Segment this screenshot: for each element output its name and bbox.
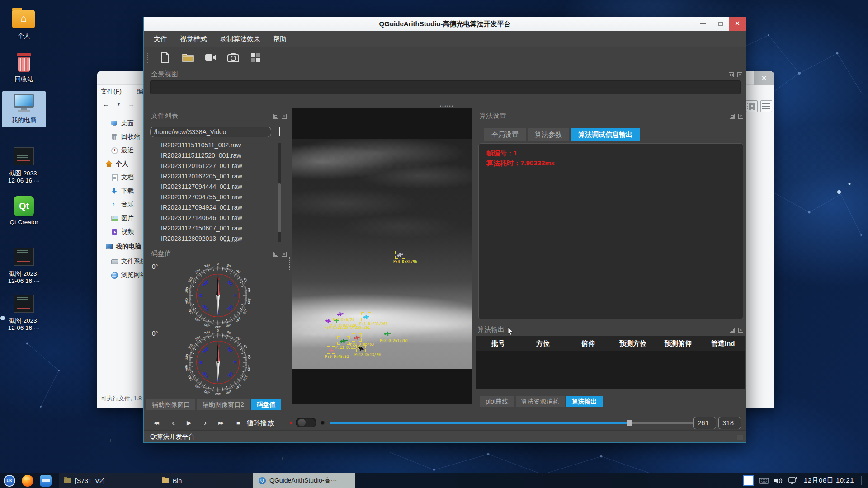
stop-button[interactable]: ■ <box>232 417 244 429</box>
panorama-strip[interactable] <box>150 80 741 94</box>
output-tab-2[interactable]: 算法资源消耗 <box>516 396 565 407</box>
firefox-icon[interactable] <box>22 475 33 487</box>
output-tab-3[interactable]: 算法输出 <box>566 396 603 407</box>
show-desktop-separator[interactable] <box>861 476 862 485</box>
rewind-button[interactable]: ◀◀ <box>150 417 162 429</box>
launcher-menu-icon[interactable]: UK <box>4 475 15 487</box>
file-list-scrollbar-thumb[interactable] <box>278 183 281 232</box>
image-viewer[interactable]: P:4 D:84/96P:0 D:0/24P:0 D:02/229P:1 D:2… <box>292 108 472 404</box>
file-list-item[interactable]: IR20231127150607_001.raw <box>150 223 276 234</box>
seek-slider-rest[interactable] <box>632 422 693 424</box>
desktop-icon-screenshot-1[interactable]: 截图-2023- 12-06 16:··· <box>2 147 46 184</box>
settings-tab-1[interactable]: 全局设置 <box>484 128 526 141</box>
record-video-icon[interactable] <box>204 51 217 64</box>
list-view-button[interactable] <box>760 100 772 112</box>
fm-sidebar-item-monitor[interactable]: 桌面 <box>97 117 146 130</box>
file-list-item[interactable]: IR20231128092013_001.raw <box>150 234 276 244</box>
maximize-button[interactable] <box>712 17 729 31</box>
fm-sidebar-item-music[interactable]: 音乐 <box>97 198 146 211</box>
prev-frame-button[interactable]: ‹ <box>167 417 179 429</box>
fm-sidebar-item-doc[interactable]: 文档 <box>97 171 146 184</box>
file-list-item[interactable]: IR20231115110511_002.raw <box>150 140 276 150</box>
close-button[interactable]: ✕ <box>729 17 746 31</box>
float-panel-icon[interactable] <box>730 328 735 333</box>
file-list-item[interactable]: IR20231127140646_001.raw <box>150 213 276 223</box>
fm-sidebar-item-home[interactable]: 个人 <box>97 157 146 171</box>
layout-grid-icon[interactable] <box>250 51 262 64</box>
fm-sidebar-item-trash[interactable]: 回收站 <box>97 130 146 144</box>
desktop-icon-screenshot-3[interactable]: 截图-2023- 12-06 16:··· <box>2 295 46 332</box>
file-list-item[interactable]: IR20231127094924_001.raw <box>150 202 276 213</box>
fm-sidebar-item-disk[interactable]: 文件系统 <box>97 255 146 268</box>
output-tab-1[interactable]: plot曲线 <box>480 396 514 407</box>
taskbar-item-bin[interactable]: Bin <box>156 473 253 488</box>
float-panel-icon[interactable] <box>273 252 278 257</box>
menu-item-1[interactable]: 文件 <box>154 35 167 43</box>
fm-sidebar-item-picture[interactable]: 图片 <box>97 211 146 225</box>
splitter-handle[interactable]: •••••• <box>224 239 238 244</box>
settings-tab-3[interactable]: 算法调试信息输出 <box>571 128 640 141</box>
toolbar-grip[interactable] <box>147 52 148 63</box>
menu-item-4[interactable]: 帮助 <box>273 35 287 43</box>
seek-slider-handle[interactable] <box>627 420 632 426</box>
menu-item-2[interactable]: 视觉样式 <box>180 35 207 43</box>
desktop-icon-screenshot-2[interactable]: 截图-2023- 12-06 16:··· <box>2 248 46 285</box>
menu-item-3[interactable]: 录制算法效果 <box>220 35 260 43</box>
close-panel-icon[interactable] <box>282 252 287 257</box>
taskbar-item-qguidearithstudio[interactable]: Q QGuideArithStudio-高··· <box>253 473 355 488</box>
file-list-item[interactable]: IR20231115112520_001.raw <box>150 150 276 161</box>
float-panel-icon[interactable] <box>730 114 735 119</box>
fm-menu-file[interactable]: 文件(F) <box>101 88 122 96</box>
close-panel-icon[interactable] <box>738 114 743 119</box>
aux-tab-3[interactable]: 码盘值 <box>251 399 281 410</box>
path-input[interactable]: /home/wcw/S338A_Video <box>150 127 271 137</box>
total-frame-input[interactable]: 318 <box>718 417 741 429</box>
desktop-icon-personal[interactable]: 个人 <box>2 8 46 40</box>
close-panel-icon[interactable] <box>738 328 743 333</box>
file-list[interactable]: IR20231115110511_002.rawIR20231115112520… <box>150 140 276 244</box>
fast-forward-button[interactable]: ▶▶ <box>215 417 226 429</box>
fm-sidebar-item-globe[interactable]: 浏览网络 <box>97 268 146 282</box>
file-list-item[interactable]: IR20231127094444_001.raw <box>150 182 276 192</box>
screenshot-camera-icon[interactable] <box>227 51 240 64</box>
close-panel-icon[interactable] <box>737 72 742 77</box>
back-arrow-icon[interactable]: ← <box>103 100 109 108</box>
desktop-icon-my-computer[interactable]: 我的电脑 <box>2 91 46 127</box>
taskbar-item-s731[interactable]: [S731_V2] <box>59 473 156 488</box>
float-panel-icon[interactable] <box>729 72 734 77</box>
float-panel-icon[interactable] <box>273 114 278 119</box>
taskbar-clock[interactable]: 12月08日 10:21 <box>804 476 854 485</box>
play-button[interactable]: ▶ <box>183 417 195 429</box>
back-dropdown-icon[interactable]: ▼ <box>117 102 121 107</box>
close-panel-icon[interactable] <box>282 114 287 119</box>
file-list-item[interactable]: IR20231120161227_001.raw <box>150 161 276 171</box>
fm-sidebar-item-clock[interactable]: 最近 <box>97 144 146 157</box>
seek-slider-filled[interactable] <box>330 422 627 424</box>
file-manager-close-button[interactable]: ✕ <box>754 71 774 85</box>
settings-tab-2[interactable]: 算法参数 <box>528 128 569 141</box>
current-frame-input[interactable]: 261 <box>693 417 716 429</box>
fm-sidebar-item-download[interactable]: 下载 <box>97 184 146 198</box>
file-list-item[interactable]: IR20231120162205_001.raw <box>150 171 276 182</box>
output-table-body[interactable] <box>476 351 745 389</box>
fm-sidebar-item-video[interactable]: 视频 <box>97 225 146 239</box>
minimize-button[interactable] <box>694 17 712 31</box>
desktop-icon-recycle-bin[interactable]: 回收站 <box>2 53 46 83</box>
keyboard-icon[interactable] <box>760 478 769 484</box>
aux-tab-2[interactable]: 辅助图像窗口2 <box>197 399 250 410</box>
grid-view-button[interactable] <box>746 100 758 112</box>
next-frame-button[interactable]: › <box>199 417 211 429</box>
volume-icon[interactable] <box>774 477 783 484</box>
splitter-handle[interactable]: •••••• <box>440 104 454 108</box>
aux-tab-1[interactable]: 辅助图像窗口 <box>146 399 195 410</box>
file-manager-icon[interactable] <box>40 475 52 487</box>
input-method-icon[interactable] <box>743 475 754 486</box>
fm-sidebar-item-computer[interactable]: 我的电脑 <box>97 240 146 253</box>
open-folder-icon[interactable] <box>182 51 194 64</box>
file-list-item[interactable]: IR20231127094755_001.raw <box>150 192 276 202</box>
splitter-handle[interactable] <box>289 257 290 270</box>
resize-grip[interactable] <box>737 435 743 440</box>
desktop-icon-qt-creator[interactable]: Qt Qt Creator <box>2 196 46 226</box>
loop-toggle[interactable] <box>296 418 316 427</box>
network-icon[interactable] <box>788 477 798 484</box>
